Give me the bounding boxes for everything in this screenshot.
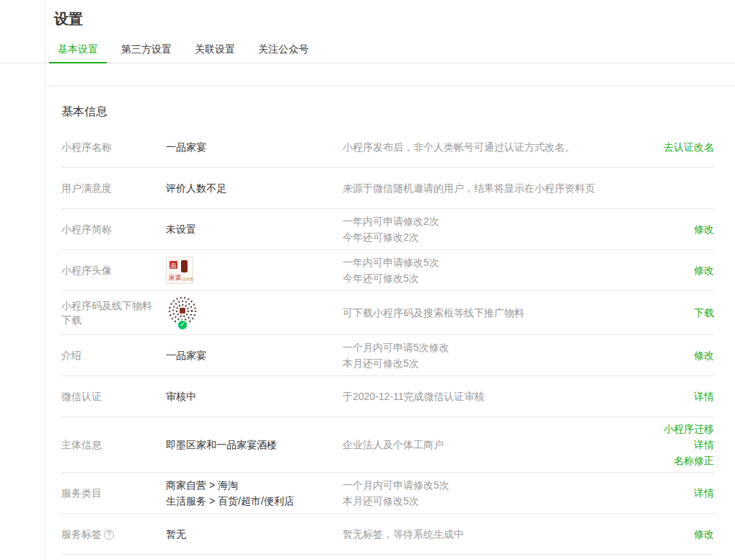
row-label-text: 服务标签 <box>61 528 102 540</box>
row-actions: 修改 <box>642 263 714 277</box>
tab-basic-settings[interactable]: 基本设置 <box>49 39 107 63</box>
row-label: 小程序简称 <box>61 222 166 236</box>
mini-program-qr-code-image: ✓ <box>166 295 199 330</box>
row-description: 暂无标签，等待系统生成中 <box>343 526 642 542</box>
desc-line: 今年还可修改2次 <box>343 229 642 245</box>
desc-line: 可下载小程序码及搜索框等线下推广物料 <box>343 305 642 321</box>
value-line: 生活服务 > 百货/超市/便利店 <box>166 493 335 509</box>
row-description: 可下载小程序码及搜索框等线下推广物料 <box>343 305 642 321</box>
row-value: ✓ <box>166 295 343 330</box>
row-label: 小程序码及线下物料下载 <box>61 298 166 327</box>
row-label: 主体信息 <box>61 437 166 452</box>
row-description: 小程序发布后，非个人类帐号可通过认证方式改名。 <box>343 139 642 155</box>
desc-line: 来源于微信随机邀请的用户，结果将显示在小程序资料页 <box>343 180 642 196</box>
verification-details-link[interactable]: 详情 <box>694 389 714 404</box>
row-mini-program-avatar: 小程序头像 品 家宴 一品家宴 一年内可申请修改5次 今年还可修改5次 修改 <box>61 250 714 291</box>
row-description: 一个月内可申请修改5次 本月还可修改5次 <box>343 477 642 509</box>
desc-line: 于2020-12-11完成微信认证审核 <box>343 388 642 404</box>
row-label: 小程序名称 <box>61 140 166 154</box>
desc-line: 本月还可修改5次 <box>343 493 642 509</box>
row-value: 暂无 <box>166 526 343 542</box>
desc-line: 今年还可修改5次 <box>343 270 642 286</box>
value-line: 商家自营 > 海淘 <box>166 477 335 493</box>
row-value: 审核中 <box>166 388 343 404</box>
desc-line: 本月还可修改5次 <box>343 355 642 371</box>
row-label: 小程序头像 <box>61 263 166 277</box>
row-description: 来源于微信随机邀请的用户，结果将显示在小程序资料页 <box>343 180 642 196</box>
row-label: 用户满意度 <box>61 181 166 195</box>
mini-program-migration-link[interactable]: 小程序迁移 <box>664 422 714 436</box>
basic-info-card: 基本信息 小程序名称 一品家宴 小程序发布后，非个人类帐号可通过认证方式改名。 … <box>48 86 735 555</box>
page-header: 设置 <box>0 0 735 29</box>
row-actions: 修改 <box>642 222 714 236</box>
row-value: 一品家宴 <box>166 139 343 155</box>
row-wechat-verification: 微信认证 审核中 于2020-12-11完成微信认证审核 详情 <box>61 376 714 417</box>
page-title: 设置 <box>54 9 735 29</box>
mini-program-avatar-image: 品 家宴 一品家宴 <box>166 257 193 284</box>
tab-association-settings[interactable]: 关联设置 <box>186 39 244 63</box>
help-icon[interactable]: ? <box>104 530 114 540</box>
svg-text:品: 品 <box>171 262 177 269</box>
verified-check-icon: ✓ <box>177 320 188 330</box>
row-service-tag: 服务标签? 暂无 暂无标签，等待系统生成中 修改 <box>61 514 714 555</box>
row-value: 评价人数不足 <box>166 180 343 196</box>
row-value: 商家自营 > 海淘 生活服务 > 百货/超市/便利店 <box>166 477 343 509</box>
section-heading: 基本信息 <box>61 104 714 120</box>
row-introduction: 介绍 一品家宴 一个月内可申请5次修改 本月还可修改5次 修改 <box>61 335 714 376</box>
download-material-link[interactable]: 下载 <box>694 306 714 320</box>
name-correction-link[interactable]: 名称修正 <box>674 453 714 468</box>
category-details-link[interactable]: 详情 <box>694 486 714 500</box>
desc-line: 一年内可申请修改2次 <box>343 213 642 229</box>
page-left-divider <box>45 0 45 560</box>
verify-rename-link[interactable]: 去认证改名 <box>664 140 714 154</box>
desc-line: 一个月内可申请修改5次 <box>343 477 642 493</box>
row-actions: 下载 <box>642 306 714 320</box>
row-description: 于2020-12-11完成微信认证审核 <box>343 388 642 404</box>
tab-third-party-settings[interactable]: 第三方设置 <box>113 39 180 63</box>
row-value: 品 家宴 一品家宴 <box>166 257 343 284</box>
row-actions: 详情 <box>642 486 714 500</box>
row-actions: 修改 <box>642 527 714 541</box>
settings-tab-bar: 基本设置 第三方设置 关联设置 关注公众号 <box>0 39 735 63</box>
row-label: 介绍 <box>61 348 166 363</box>
row-value: 未设置 <box>166 221 343 237</box>
row-actions: 详情 <box>642 389 714 404</box>
row-mini-program-abbreviation: 小程序简称 未设置 一年内可申请修改2次 今年还可修改2次 修改 <box>61 209 714 250</box>
row-description: 一年内可申请修改2次 今年还可修改2次 <box>343 213 642 245</box>
row-value: 即墨区家和一品家宴酒楼 <box>166 437 343 453</box>
row-mini-program-name: 小程序名称 一品家宴 小程序发布后，非个人类帐号可通过认证方式改名。 去认证改名 <box>61 127 714 168</box>
row-label: 服务标签? <box>61 527 166 541</box>
desc-line: 一个月内可申请5次修改 <box>343 339 642 355</box>
svg-text:一品家宴: 一品家宴 <box>179 277 193 282</box>
row-user-satisfaction: 用户满意度 评价人数不足 来源于微信随机邀请的用户，结果将显示在小程序资料页 <box>61 168 714 209</box>
row-subject-info: 主体信息 即墨区家和一品家宴酒楼 企业法人及个体工商户 小程序迁移 详情 名称修… <box>61 417 714 473</box>
row-label: 微信认证 <box>61 389 166 404</box>
tab-follow-official-account[interactable]: 关注公众号 <box>250 39 317 63</box>
desc-line: 一年内可申请修改5次 <box>343 254 642 270</box>
row-service-category: 服务类目 商家自营 > 海淘 生活服务 > 百货/超市/便利店 一个月内可申请修… <box>61 473 714 514</box>
row-actions: 小程序迁移 详情 名称修正 <box>642 422 714 468</box>
row-label: 服务类目 <box>61 486 166 500</box>
row-description: 企业法人及个体工商户 <box>343 437 642 453</box>
desc-line: 企业法人及个体工商户 <box>343 437 642 453</box>
row-actions: 修改 <box>642 348 714 363</box>
row-description: 一个月内可申请5次修改 本月还可修改5次 <box>343 339 642 371</box>
modify-abbreviation-link[interactable]: 修改 <box>694 222 714 236</box>
row-actions: 去认证改名 <box>642 140 714 154</box>
desc-line: 小程序发布后，非个人类帐号可通过认证方式改名。 <box>343 139 642 155</box>
modify-service-tag-link[interactable]: 修改 <box>694 527 714 541</box>
row-value: 一品家宴 <box>166 347 343 363</box>
modify-introduction-link[interactable]: 修改 <box>694 348 714 363</box>
modify-avatar-link[interactable]: 修改 <box>694 263 714 277</box>
subject-details-link[interactable]: 详情 <box>694 437 714 452</box>
row-description: 一年内可申请修改5次 今年还可修改5次 <box>343 254 642 286</box>
row-qr-code-material: 小程序码及线下物料下载 ✓ 可下载小程序码及搜索框等线下推广物料 下载 <box>61 291 714 335</box>
desc-line: 暂无标签，等待系统生成中 <box>343 526 642 542</box>
